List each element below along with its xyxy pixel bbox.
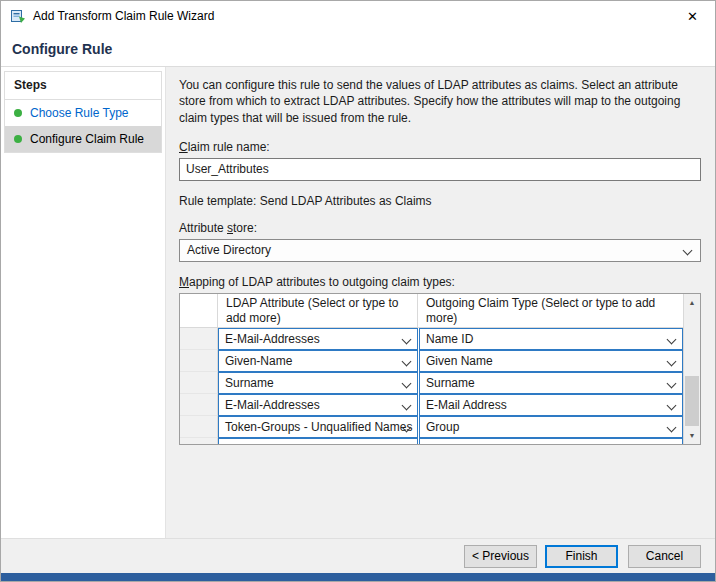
ldap-attribute-combo-empty[interactable] [218,438,418,444]
steps-box: Steps Choose Rule Type Configure Claim R… [4,71,162,153]
chevron-down-icon [667,422,677,432]
ldap-attribute-value: E-Mail-Addresses [225,332,320,346]
claim-rule-name-label: Claim rule name: [179,140,701,154]
row-selector[interactable] [180,328,218,350]
rule-template-text: Rule template: Send LDAP Attributes as C… [179,194,701,208]
sidebar-item-configure-claim-rule[interactable]: Configure Claim Rule [5,126,161,152]
chevron-down-icon [402,334,412,344]
cancel-button[interactable]: Cancel [628,545,701,568]
ldap-attribute-combo[interactable]: E-Mail-Addresses [218,394,418,416]
ldap-attribute-column-header: LDAP Attribute (Select or type to add mo… [218,294,418,327]
window-title: Add Transform Claim Rule Wizard [33,9,214,23]
chevron-down-icon [402,378,412,388]
chevron-down-icon [402,356,412,366]
outgoing-claim-value: Given Name [426,354,493,368]
mapping-table: LDAP Attribute (Select or type to add mo… [179,293,701,445]
scroll-up-icon[interactable]: ▲ [684,294,700,311]
wizard-icon [10,8,26,24]
mapping-label: Mapping of LDAP attributes to outgoing c… [179,275,701,289]
ldap-attribute-combo[interactable]: Surname [218,372,418,394]
claim-rule-name-input[interactable] [179,158,701,181]
vertical-scrollbar[interactable]: ▲ ▼ [683,294,700,444]
outgoing-claim-value: Group [426,420,459,434]
ldap-attribute-value: Given-Name [225,354,292,368]
outgoing-claim-combo[interactable]: Given Name [419,350,683,372]
attribute-store-label: Attribute store: [179,221,701,235]
outgoing-claim-combo[interactable]: Surname [419,372,683,394]
row-selector[interactable] [180,438,218,444]
outgoing-claim-combo[interactable]: E-Mail Address [419,394,683,416]
outgoing-claim-value: E-Mail Address [426,398,507,412]
outgoing-claim-value: Surname [426,376,475,390]
steps-title: Steps [5,72,161,100]
chevron-down-icon [667,356,677,366]
finish-button[interactable]: Finish [545,545,618,568]
main-panel: You can configure this rule to send the … [166,67,715,538]
scrollbar-thumb[interactable] [685,376,699,426]
chevron-down-icon [402,400,412,410]
close-icon[interactable]: ✕ [670,1,715,31]
outgoing-claim-value: Name ID [426,332,473,346]
chevron-down-icon [683,245,693,255]
outgoing-claim-column-header: Outgoing Claim Type (Select or type to a… [418,294,683,327]
outgoing-claim-combo[interactable]: Group [419,416,683,438]
description-text: You can configure this rule to send the … [179,77,701,126]
chevron-down-icon [667,400,677,410]
title-bar: Add Transform Claim Rule Wizard ✕ [1,1,715,31]
table-row: Given-Name Given Name [180,350,683,372]
ldap-attribute-combo[interactable]: E-Mail-Addresses [218,328,418,350]
row-selector[interactable] [180,372,218,394]
ldap-attribute-value: E-Mail-Addresses [225,398,320,412]
table-row: E-Mail-Addresses E-Mail Address [180,394,683,416]
outgoing-claim-combo-empty[interactable] [419,438,683,444]
table-row: Token-Groups - Unqualified Names Group [180,416,683,438]
ldap-attribute-value: Token-Groups - Unqualified Names [225,420,412,434]
row-selector-header [180,294,218,327]
step-complete-dot-icon [14,135,22,143]
outgoing-claim-combo[interactable]: Name ID [419,328,683,350]
page-header: Configure Rule [1,31,715,67]
sidebar-item-label: Choose Rule Type [30,106,129,120]
previous-button[interactable]: < Previous [464,545,537,568]
ldap-attribute-value: Surname [225,376,274,390]
footer-bar: < Previous Finish Cancel [1,538,715,573]
attribute-store-dropdown[interactable]: Active Directory [179,239,701,262]
steps-sidebar: Steps Choose Rule Type Configure Claim R… [1,67,166,538]
bottom-blue-strip [1,573,715,581]
page-title: Configure Rule [12,41,112,57]
table-new-row [180,438,683,444]
sidebar-item-choose-rule-type[interactable]: Choose Rule Type [5,100,161,126]
scroll-down-icon[interactable]: ▼ [684,427,700,444]
ldap-attribute-combo[interactable]: Given-Name [218,350,418,372]
step-complete-dot-icon [14,109,22,117]
attribute-store-value: Active Directory [187,243,271,257]
wizard-window: Add Transform Claim Rule Wizard ✕ Config… [0,0,716,582]
ldap-attribute-combo[interactable]: Token-Groups - Unqualified Names [218,416,418,438]
sidebar-item-label: Configure Claim Rule [30,132,144,146]
mapping-grid: LDAP Attribute (Select or type to add mo… [180,294,683,444]
table-row: Surname Surname [180,372,683,394]
table-row: E-Mail-Addresses Name ID [180,328,683,350]
row-selector[interactable] [180,394,218,416]
mapping-table-body: E-Mail-Addresses Name ID Given-Name Give… [180,328,683,438]
row-selector[interactable] [180,416,218,438]
mapping-table-header: LDAP Attribute (Select or type to add mo… [180,294,683,328]
chevron-down-icon [667,378,677,388]
chevron-down-icon [667,334,677,344]
row-selector[interactable] [180,350,218,372]
